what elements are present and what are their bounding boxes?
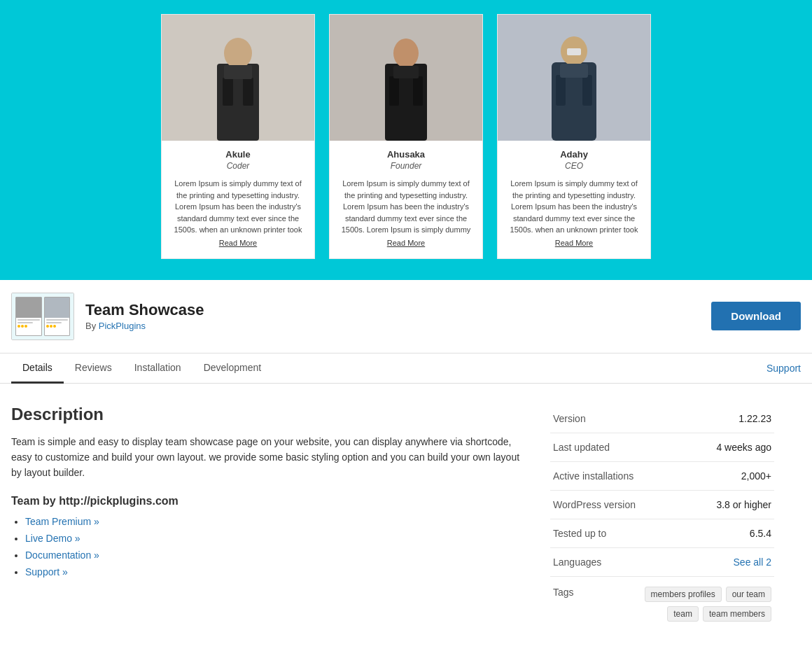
link-1[interactable]: Live Demo » [25,533,80,544]
tag-0[interactable]: members profiles [645,587,722,602]
meta-row-languages: Languages See all 2 [550,547,774,576]
list-item: Support » [25,566,522,578]
tag-2[interactable]: team [667,606,699,622]
tab-installation[interactable]: Installation [123,354,192,384]
meta-version-value: 1.22.23 [640,405,774,433]
tags-container: members profiles our team [643,587,771,602]
meta-tested-label: Tested up to [550,519,640,547]
plugin-meta: Team Showcase By PickPlugins [85,301,711,331]
list-item: Live Demo » [25,533,522,544]
tab-development[interactable]: Development [192,354,273,384]
team-card-readmore-1[interactable]: Read More [387,239,425,247]
meta-wp-value: 3.8 or higher [640,490,774,519]
svg-rect-12 [556,75,566,106]
meta-tags-value: members profiles our team team team memb… [640,576,774,630]
by-label: By [85,321,96,331]
team-card-readmore-0[interactable]: Read More [219,239,257,247]
team-card-photo-2 [498,15,650,141]
team-card-photo-1 [330,15,482,141]
description-text: Team is simple and easy to display team … [11,434,522,481]
support-link[interactable]: Support [766,363,801,374]
plugin-links: Team Premium » Live Demo » Documentation… [11,516,522,578]
content-left: Description Team is simple and easy to d… [11,405,522,630]
team-card-desc-2: Lorem Ipsum is simply dummy text of the … [507,178,640,236]
tab-reviews[interactable]: Reviews [64,354,123,384]
meta-table: Version 1.22.23 Last updated 4 weeks ago… [550,405,774,630]
team-card-photo-0 [162,15,314,141]
meta-tested-value: 6.5.4 [640,519,774,547]
svg-point-1 [224,38,252,69]
tag-3[interactable]: team members [703,606,771,622]
meta-updated-value: 4 weeks ago [640,433,774,461]
meta-version-label: Version [550,405,640,433]
team-card-2: Adahy CEO Lorem Ipsum is simply dummy te… [497,14,651,259]
tags-container-2: team team members [643,606,771,622]
team-card-role-0: Coder [227,161,250,171]
tag-1[interactable]: our team [726,587,771,602]
svg-rect-14 [560,64,588,78]
download-button[interactable]: Download [711,302,801,330]
meta-row-version: Version 1.22.23 [550,405,774,433]
meta-languages-label: Languages [550,547,640,576]
svg-rect-7 [389,76,399,106]
plugin-by: By PickPlugins [85,321,711,331]
team-card-0: Akule Coder Lorem Ipsum is simply dummy … [161,14,315,259]
team-card-name-1: Ahusaka [387,149,425,160]
team-card-desc-1: Lorem Ipsum is simply dummy text of the … [340,178,472,236]
team-card-name-2: Adahy [560,149,588,160]
main-content: Description Team is simple and easy to d… [0,384,812,658]
svg-rect-4 [224,65,252,79]
plugin-title: Team Showcase [85,301,711,319]
languages-link[interactable]: See all 2 [734,556,771,568]
tab-details[interactable]: Details [11,354,64,384]
svg-rect-2 [223,78,233,106]
team-card-role-2: CEO [565,161,583,171]
svg-rect-3 [243,78,253,106]
meta-installs-label: Active installations [550,461,640,490]
team-card-readmore-2[interactable]: Read More [555,239,593,247]
sub-heading: Team by http://pickplugins.com [11,495,522,507]
hero-banner: Akule Coder Lorem Ipsum is simply dummy … [0,0,812,280]
svg-rect-13 [582,75,592,106]
author-link[interactable]: PickPlugins [99,321,146,331]
team-card-name-0: Akule [225,149,250,160]
tabs-row: Details Reviews Installation Development… [0,354,812,384]
plugin-info-row: Team Showcase By PickPlugins Download [0,280,812,354]
meta-wp-label: WordPress version [550,490,640,519]
description-heading: Description [11,405,522,424]
meta-row-installs: Active installations 2,000+ [550,461,774,490]
meta-tags-label: Tags [550,576,640,630]
plugin-thumbnail [11,293,74,340]
link-2[interactable]: Documentation » [25,550,99,561]
meta-row-wp: WordPress version 3.8 or higher [550,490,774,519]
meta-installs-value: 2,000+ [640,461,774,490]
svg-point-6 [393,38,419,68]
meta-updated-label: Last updated [550,433,640,461]
team-card-desc-0: Lorem Ipsum is simply dummy text of the … [172,178,304,236]
svg-rect-15 [567,48,581,55]
list-item: Documentation » [25,550,522,561]
meta-row-updated: Last updated 4 weeks ago [550,433,774,461]
list-item: Team Premium » [25,516,522,527]
svg-rect-9 [393,66,419,78]
link-0[interactable]: Team Premium » [25,516,99,527]
link-3[interactable]: Support » [25,566,68,578]
team-card-1: Ahusaka Founder Lorem Ipsum is simply du… [329,14,483,259]
meta-row-tested: Tested up to 6.5.4 [550,519,774,547]
content-right: Version 1.22.23 Last updated 4 weeks ago… [550,405,774,630]
meta-languages-value: See all 2 [640,547,774,576]
team-card-role-1: Founder [391,161,422,171]
svg-rect-8 [413,76,423,106]
meta-row-tags: Tags members profiles our team team team… [550,576,774,630]
